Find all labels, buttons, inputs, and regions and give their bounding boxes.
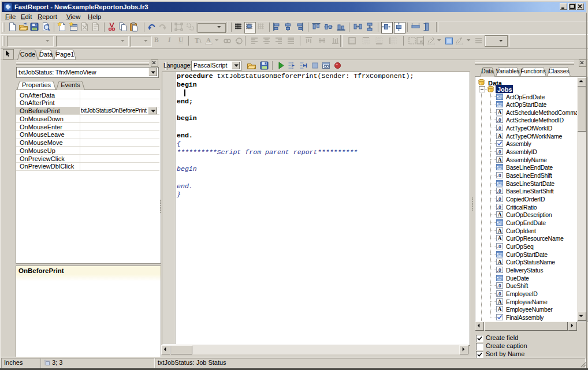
svg-text:.0: .0 [497, 196, 501, 202]
svg-text:.0: .0 [497, 283, 501, 289]
svg-text:A: A [498, 236, 502, 241]
svg-text:A: A [498, 228, 502, 234]
svg-text:.0: .0 [497, 125, 501, 131]
svg-text:T: T [195, 36, 199, 44]
svg-text:A: A [498, 307, 502, 312]
svg-text:.0: .0 [497, 117, 501, 123]
svg-text:.0: .0 [497, 173, 501, 178]
svg-text:.0: .0 [497, 291, 501, 297]
svg-text:A: A [498, 157, 502, 163]
svg-text:A: A [498, 133, 502, 139]
svg-text:A: A [498, 110, 502, 115]
svg-text:A: A [498, 259, 502, 265]
svg-text:.0: .0 [497, 244, 501, 249]
svg-text:.0: .0 [497, 267, 501, 273]
svg-text:.0: .0 [497, 149, 501, 155]
svg-text:A: A [498, 299, 502, 305]
svg-text:A: A [498, 212, 502, 218]
svg-text:.0: .0 [497, 204, 501, 210]
svg-text:.0: .0 [497, 188, 501, 194]
svg-text:A: A [206, 36, 211, 43]
